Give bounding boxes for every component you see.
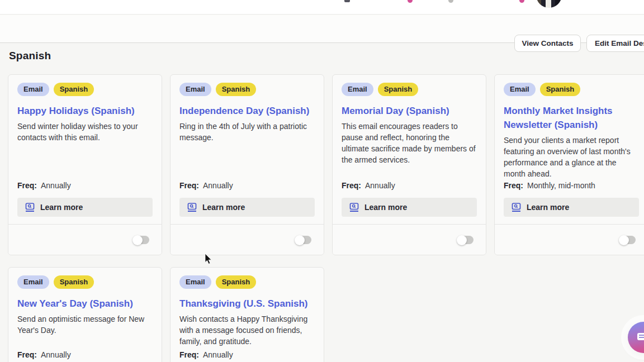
frequency-value: Annually <box>203 350 233 359</box>
language-badge: Spanish <box>378 83 419 96</box>
card-body: Email Spanish Independence Day (Spanish)… <box>171 75 324 224</box>
user-avatar[interactable] <box>536 0 562 8</box>
frequency-value: Annually <box>41 181 71 190</box>
template-card: Email Spanish Monthly Market Insights Ne… <box>494 74 644 255</box>
learn-more-label: Learn more <box>527 203 569 212</box>
learn-more-button[interactable]: Learn more <box>504 198 639 217</box>
card-footer <box>171 224 324 255</box>
card-bottom-group: Freq:Annually Learn more <box>179 349 315 362</box>
badge-row: Email Spanish <box>504 83 639 96</box>
badge-row: Email Spanish <box>17 83 153 96</box>
card-body: Email Spanish Thanksgiving (U.S. Spanish… <box>171 268 324 362</box>
language-badge: Spanish <box>216 83 257 96</box>
learn-more-button[interactable]: Learn more <box>17 198 153 217</box>
enable-template-toggle[interactable] <box>295 236 311 244</box>
card-footer <box>495 224 644 255</box>
frequency-label: Freq: <box>504 181 523 190</box>
chat-bubble-icon <box>637 333 644 340</box>
template-card: Email Spanish Thanksgiving (U.S. Spanish… <box>170 267 324 362</box>
template-card: Email Spanish Independence Day (Spanish)… <box>170 74 324 255</box>
learn-more-button[interactable]: Learn more <box>179 198 315 217</box>
preview-icon <box>349 203 359 212</box>
badge-row: Email Spanish <box>179 83 315 96</box>
section-title: Spanish <box>9 50 51 62</box>
status-dot-icon <box>448 0 453 3</box>
learn-more-button[interactable]: Learn more <box>342 198 477 217</box>
card-title-link[interactable]: Memorial Day (Spanish) <box>342 104 477 118</box>
card-title-link[interactable]: Monthly Market Insights Newsletter (Span… <box>504 104 639 132</box>
preview-icon <box>187 203 197 212</box>
template-card: Email Spanish New Year's Day (Spanish) S… <box>8 267 162 362</box>
frequency-row: Freq:Annually <box>17 349 153 360</box>
card-description: Ring in the 4th of July with a patriotic… <box>179 121 315 143</box>
frequency-row: Freq:Monthly, mid-month <box>504 180 639 191</box>
email-badge: Email <box>342 83 373 96</box>
card-body: Email Spanish Happy Holidays (Spanish) S… <box>8 75 162 224</box>
frequency-label: Freq: <box>179 181 199 190</box>
language-badge: Spanish <box>216 275 257 289</box>
enable-template-toggle[interactable] <box>457 236 473 244</box>
card-title-link[interactable]: New Year's Day (Spanish) <box>17 297 153 311</box>
notification-dot-icon <box>408 0 413 3</box>
email-badge: Email <box>179 275 211 289</box>
card-bottom-group: Freq:Annually Learn more <box>179 180 315 217</box>
frequency-label: Freq: <box>17 181 37 190</box>
frequency-label: Freq: <box>342 181 361 190</box>
view-contacts-button[interactable]: View Contacts <box>514 35 581 52</box>
card-title-link[interactable]: Independence Day (Spanish) <box>179 104 315 118</box>
menu-glyph-icon <box>344 0 350 2</box>
card-bottom-group: Freq:Annually Learn more <box>17 349 153 362</box>
enable-template-toggle[interactable] <box>619 236 636 244</box>
template-card: Email Spanish Happy Holidays (Spanish) S… <box>8 74 162 255</box>
card-bottom-group: Freq:Annually Learn more <box>17 180 153 217</box>
card-footer <box>333 224 486 255</box>
card-description: Send your clients a market report featur… <box>504 135 639 179</box>
learn-more-label: Learn more <box>364 203 407 212</box>
frequency-value: Annually <box>41 350 71 359</box>
email-badge: Email <box>17 275 49 289</box>
mouse-cursor <box>205 254 212 267</box>
enable-template-toggle[interactable] <box>133 236 149 244</box>
card-bottom-group: Freq:Annually Learn more <box>342 180 477 217</box>
template-card: Email Spanish Memorial Day (Spanish) Thi… <box>332 74 486 255</box>
frequency-value: Annually <box>203 181 233 190</box>
card-description: Send an optimistic message for New Year'… <box>17 313 153 336</box>
frequency-row: Freq:Annually <box>179 349 315 360</box>
template-card-grid: Email Spanish Happy Holidays (Spanish) S… <box>8 74 644 362</box>
top-navigation-bar <box>0 0 644 15</box>
card-body: Email Spanish Memorial Day (Spanish) Thi… <box>333 75 486 224</box>
card-description: Wish contacts a Happy Thanksgiving with … <box>179 313 315 347</box>
learn-more-label: Learn more <box>202 203 245 212</box>
edit-email-design-button[interactable]: Edit Email Desi <box>586 35 644 52</box>
card-footer <box>8 224 162 255</box>
language-badge: Spanish <box>540 83 581 96</box>
card-body: Email Spanish Monthly Market Insights Ne… <box>495 75 644 224</box>
email-badge: Email <box>17 83 49 96</box>
frequency-row: Freq:Annually <box>179 180 315 191</box>
preview-icon <box>25 203 35 212</box>
card-description: Send winter holiday wishes to your conta… <box>17 121 153 143</box>
badge-row: Email Spanish <box>17 275 153 289</box>
language-badge: Spanish <box>54 83 94 96</box>
card-description: This email encourages readers to pause a… <box>342 121 477 165</box>
frequency-value: Monthly, mid-month <box>527 181 595 190</box>
card-bottom-group: Freq:Monthly, mid-month Learn more <box>504 180 639 217</box>
preview-icon <box>512 203 521 212</box>
toggle-knob <box>132 235 143 245</box>
toggle-knob <box>457 235 467 245</box>
notification-dot-icon <box>519 0 524 3</box>
email-badge: Email <box>504 83 536 96</box>
frequency-label: Freq: <box>179 350 199 359</box>
card-title-link[interactable]: Thanksgiving (U.S. Spanish) <box>179 297 315 311</box>
toggle-knob <box>295 235 305 245</box>
frequency-label: Freq: <box>17 350 37 359</box>
frequency-value: Annually <box>365 181 395 190</box>
frequency-row: Freq:Annually <box>17 180 153 191</box>
email-badge: Email <box>179 83 211 96</box>
badge-row: Email Spanish <box>179 275 315 289</box>
card-title-link[interactable]: Happy Holidays (Spanish) <box>17 104 153 118</box>
page-toolbar: View Contacts Edit Email Desi <box>0 15 644 43</box>
learn-more-label: Learn more <box>40 203 83 212</box>
card-body: Email Spanish New Year's Day (Spanish) S… <box>8 268 162 362</box>
badge-row: Email Spanish <box>342 83 477 96</box>
